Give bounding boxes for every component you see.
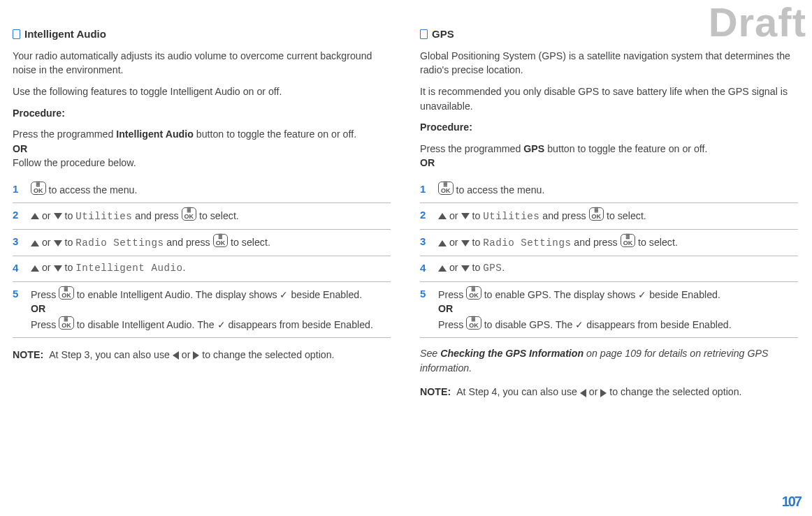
text: and press [571, 237, 620, 248]
ok-key-icon: OK [31, 182, 46, 195]
intro-para-1: Global Positioning System (GPS) is a sat… [420, 49, 798, 78]
down-arrow-icon [461, 265, 470, 272]
right-arrow-icon [193, 351, 199, 360]
text: to change the selected option. [199, 349, 334, 360]
ok-key-icon: OK [466, 286, 481, 300]
left-column: Intelligent Audio Your radio automatical… [13, 27, 391, 399]
text: to select. [604, 210, 646, 221]
ok-key-icon: OK [59, 286, 74, 300]
step-number: 1 [13, 182, 21, 197]
text: to [470, 237, 484, 248]
text: or [39, 210, 54, 221]
menu-item: Radio Settings [483, 237, 571, 249]
step-4: 4 or to GPS. [420, 256, 798, 282]
or-label: OR [13, 143, 27, 154]
up-arrow-icon [438, 240, 447, 246]
text: See [420, 348, 440, 359]
ok-key-icon: OK [213, 234, 229, 247]
text: to [470, 262, 484, 273]
down-arrow-icon [54, 265, 62, 272]
step-body: Press OK to enable GPS. The display show… [438, 286, 798, 332]
ok-key-icon: OK [59, 316, 74, 330]
text: to disable Intelligent Audio. The ✓ disa… [74, 319, 373, 330]
left-arrow-icon [580, 389, 586, 397]
step-body: OK to access the menu. [438, 182, 798, 197]
heading-text: Intelligent Audio [24, 27, 106, 42]
up-arrow-icon [438, 265, 447, 272]
or-label: OR [420, 157, 435, 168]
step-2: 2 or to Utilities and press OK to select… [420, 203, 798, 230]
text: to disable GPS. The ✓ disappears from be… [481, 319, 732, 330]
step-number: 2 [420, 207, 428, 223]
procedure-label: Procedure: [13, 106, 391, 121]
procedure-intro: Press the programmed Intelligent Audio b… [13, 127, 391, 170]
text: Press [438, 289, 466, 300]
text: or [447, 237, 461, 248]
or-label: OR [31, 303, 45, 314]
step-3: 3 or to Radio Settings and press OK to s… [13, 230, 391, 256]
text: to [62, 262, 76, 273]
step-number: 2 [13, 207, 21, 223]
menu-item: Intelligent Audio [75, 263, 182, 274]
step-number: 3 [13, 234, 21, 250]
menu-item: GPS [483, 263, 502, 274]
step-number: 1 [420, 182, 428, 197]
heading-text: GPS [432, 27, 454, 42]
text: At Step 4, you can also use [456, 386, 580, 397]
text: Press [438, 319, 466, 330]
ok-key-icon: OK [182, 207, 197, 221]
text: to [470, 210, 484, 221]
up-arrow-icon [31, 265, 39, 272]
or-label: OR [438, 303, 453, 314]
procedure-intro: Press the programmed GPS button to toggl… [420, 142, 798, 170]
page-number: 107 [782, 492, 801, 512]
text: or [39, 237, 54, 248]
step-body: OK to access the menu. [31, 182, 391, 197]
right-arrow-icon [600, 389, 607, 397]
left-arrow-icon [173, 351, 179, 360]
text: At Step 3, you can also use [49, 349, 173, 360]
down-arrow-icon [54, 213, 62, 219]
note-body: At Step 3, you can also use or to change… [49, 348, 391, 362]
step-body: or to Radio Settings and press OK to sel… [31, 234, 391, 250]
step-2: 2 or to Utilities and press OK to select… [13, 203, 391, 230]
button-name: Intelligent Audio [116, 128, 194, 140]
text: button to toggle the feature on or off. [194, 128, 356, 140]
text: to select. [635, 237, 678, 248]
step-body: or to Intelligent Audio. [31, 260, 391, 276]
text: to change the selected option. [607, 386, 741, 397]
right-column: GPS Global Positioning System (GPS) is a… [420, 27, 798, 399]
ok-key-icon: OK [438, 182, 454, 195]
see-reference: See Checking the GPS Information on page… [420, 346, 798, 375]
note-body: At Step 4, you can also use or to change… [456, 385, 798, 399]
ok-key-icon: OK [589, 207, 604, 221]
intro-para-2: It is recommended you only disable GPS t… [420, 84, 798, 113]
step-number: 5 [13, 286, 21, 332]
text: to enable Intelligent Audio. The display… [74, 289, 362, 300]
up-arrow-icon [438, 213, 447, 219]
step-1: 1 OK to access the menu. [420, 177, 798, 203]
text: and press [164, 237, 212, 248]
steps-list: 1 OK to access the menu. 2 or to Utiliti… [420, 177, 798, 338]
step-number: 5 [420, 286, 428, 332]
text: . [182, 262, 185, 273]
ok-key-icon: OK [466, 316, 481, 330]
note-label: NOTE: [420, 385, 451, 399]
step-1: 1 OK to access the menu. [13, 177, 391, 203]
down-arrow-icon [461, 240, 470, 246]
steps-list: 1 OK to access the menu. 2 or to Utiliti… [13, 177, 391, 338]
step-body: Press OK to enable Intelligent Audio. Th… [31, 286, 391, 332]
text: or [39, 262, 54, 273]
text: . [502, 262, 505, 273]
step-number: 4 [13, 260, 21, 276]
text: or [586, 386, 601, 397]
text: Press [31, 319, 59, 330]
text: and press [132, 210, 181, 221]
text: and press [539, 210, 588, 221]
note: NOTE: At Step 3, you can also use or to … [13, 348, 391, 362]
procedure-label: Procedure: [420, 120, 798, 135]
text: Follow the procedure below. [13, 157, 136, 168]
note-label: NOTE: [13, 348, 43, 362]
up-arrow-icon [31, 240, 39, 246]
step-body: or to Radio Settings and press OK to sel… [438, 234, 798, 250]
